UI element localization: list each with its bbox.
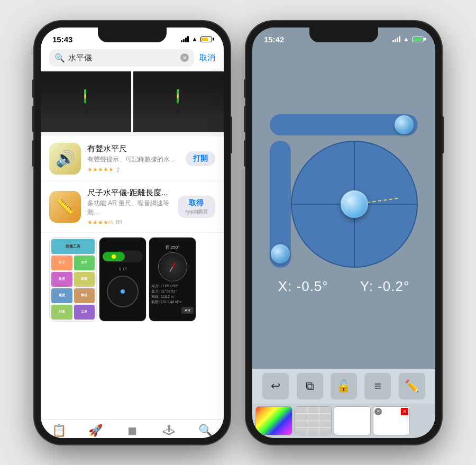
phone-2-screen: 15:42 ▲ bbox=[252, 28, 435, 438]
level-green-2 bbox=[177, 89, 179, 104]
games-icon: 🚀 bbox=[88, 424, 103, 437]
preview-image-2 bbox=[133, 71, 224, 132]
circle-level bbox=[291, 141, 418, 268]
signal-icon-2 bbox=[392, 36, 400, 42]
phone-1: 15:43 ▲ 🔍 水平儀 ✕ bbox=[34, 21, 230, 444]
toolbar-doc-button[interactable]: ≡ bbox=[364, 373, 391, 399]
app-icon-1: 🔊 bbox=[49, 143, 81, 175]
nav-search[interactable]: 🔍 搜尋 bbox=[187, 424, 224, 438]
search-query: 水平儀 bbox=[68, 53, 92, 63]
phone-1-screen: 15:43 ▲ 🔍 水平儀 ✕ bbox=[41, 28, 224, 438]
level-green bbox=[84, 89, 86, 104]
volume-up-button[interactable] bbox=[32, 106, 34, 132]
phone-2: 15:42 ▲ bbox=[246, 21, 442, 444]
status-icons-1: ▲ bbox=[181, 35, 212, 43]
stars-display-2: ★★★★½ bbox=[87, 219, 113, 226]
app-desc-2: 多功能 AR 量尺、噪音網速等測... bbox=[87, 199, 171, 217]
star-count-2: 89 bbox=[116, 219, 122, 225]
toolbar-back-button[interactable]: ↩ bbox=[262, 373, 289, 399]
screenshot-3: 西 250° 東方: 118°08'56" 北方: 31°08'52" 海拔: … bbox=[149, 237, 196, 322]
browser-thumb-3[interactable] bbox=[334, 406, 371, 435]
close-tab-icon[interactable]: ✕ bbox=[374, 408, 382, 415]
compass-circle bbox=[158, 252, 187, 281]
screenshots-row: 測量工具 尺子 水平 角度 面積 速度 噪音 計算 工具 bbox=[41, 233, 224, 326]
level-preview-1 bbox=[41, 71, 131, 132]
y-value: Y: -0.2° bbox=[360, 278, 410, 295]
nav-today[interactable]: 📋 Today bbox=[41, 424, 77, 438]
cancel-button[interactable]: 取消 bbox=[199, 53, 215, 63]
stars-display-1: ★★★★★ bbox=[87, 166, 114, 173]
status-time-2: 15:42 bbox=[264, 35, 284, 44]
app-info-2: 尺子水平儀-距離長度... 多功能 AR 量尺、噪音網速等測... ★★★★½ … bbox=[87, 188, 171, 226]
level-values: X: -0.5° Y: -0.2° bbox=[278, 268, 410, 300]
level-preview-2 bbox=[133, 71, 224, 132]
app-get-button-2[interactable]: 取得 App內購買 bbox=[178, 196, 215, 218]
grid-thumb bbox=[295, 407, 331, 435]
level-bar bbox=[84, 89, 88, 104]
apps-icon: ◼ bbox=[127, 424, 137, 437]
app-name-2: 尺子水平儀-距離長度... bbox=[87, 188, 171, 198]
search-clear-button[interactable]: ✕ bbox=[180, 53, 189, 62]
appstore-screen: 🔍 水平儀 ✕ 取消 bbox=[41, 46, 224, 438]
app-stars-1: ★★★★★ 2 bbox=[87, 166, 179, 173]
wifi-icon-2: ▲ bbox=[403, 35, 409, 43]
volume-up-button-2[interactable] bbox=[244, 106, 246, 132]
app-stars-2: ★★★★½ 89 bbox=[87, 219, 171, 226]
volume-down-button[interactable] bbox=[32, 140, 34, 167]
level-dot bbox=[84, 94, 86, 99]
compass-display: 西 250° 東方: 118°08'56" 北方: 31°08'52" 海拔: … bbox=[149, 238, 196, 321]
colorful-thumb bbox=[256, 407, 292, 435]
bottom-nav: 📋 Today 🚀 遊戲 ◼ App 🕹 Arcade 🔍 搜尋 bbox=[41, 419, 224, 438]
nav-games[interactable]: 🚀 遊戲 bbox=[77, 424, 114, 438]
vertical-level bbox=[270, 141, 291, 268]
browser-strip: S ✕ bbox=[252, 404, 435, 438]
silent-switch-2[interactable] bbox=[244, 79, 246, 98]
toolbar-copy-button[interactable]: ⧉ bbox=[297, 373, 323, 399]
signal-icon bbox=[181, 36, 189, 42]
level-app-screen: 15:42 ▲ bbox=[252, 28, 435, 438]
app-open-button-1[interactable]: 打開 bbox=[186, 151, 215, 166]
shopee-badge: S bbox=[401, 408, 408, 415]
nav-arcade[interactable]: 🕹 Arcade bbox=[151, 424, 187, 438]
level-toolbar: ↩ ⧉ 🔓 ≡ ✏️ bbox=[252, 369, 435, 404]
search-nav-icon: 🔍 bbox=[198, 424, 213, 437]
search-bar-row: 🔍 水平儀 ✕ 取消 bbox=[41, 46, 224, 71]
battery-icon-2 bbox=[412, 37, 424, 42]
horizontal-bubble bbox=[395, 115, 414, 134]
browser-thumb-1[interactable] bbox=[255, 406, 292, 435]
nav-apps[interactable]: ◼ App bbox=[114, 424, 150, 438]
volume-down-button-2[interactable] bbox=[244, 140, 246, 167]
level-app-main: X: -0.5° Y: -0.2° bbox=[252, 46, 435, 369]
level-main-area bbox=[270, 141, 418, 268]
app-icon-2: 📏 bbox=[49, 191, 81, 223]
x-value: X: -0.5° bbox=[278, 278, 328, 295]
app-name-1: 有聲水平尺 bbox=[87, 144, 179, 154]
browser-thumb-2[interactable] bbox=[295, 406, 332, 435]
app-item-1[interactable]: 🔊 有聲水平尺 有聲聲提示、可記錄數據的水... ★★★★★ 2 打開 bbox=[41, 136, 224, 181]
status-icons-2: ▲ bbox=[392, 35, 424, 43]
search-box[interactable]: 🔍 水平儀 ✕ bbox=[49, 49, 194, 67]
search-icon: 🔍 bbox=[54, 53, 65, 63]
notch bbox=[98, 28, 167, 42]
vertical-bubble bbox=[271, 244, 290, 263]
compass-needle bbox=[169, 262, 176, 271]
browser-thumb-4[interactable]: S ✕ bbox=[373, 406, 410, 435]
power-button-2[interactable] bbox=[442, 116, 444, 153]
back-icon: ↩ bbox=[271, 379, 280, 393]
edit-icon: ✏️ bbox=[405, 379, 419, 393]
app-item-2[interactable]: 📏 尺子水平儀-距離長度... 多功能 AR 量尺、噪音網速等測... ★★★★… bbox=[41, 181, 224, 233]
lock-icon: 🔓 bbox=[336, 379, 351, 393]
silent-switch[interactable] bbox=[32, 79, 34, 98]
power-button[interactable] bbox=[230, 116, 232, 153]
screenshot-1: 測量工具 尺子 水平 角度 面積 速度 噪音 計算 工具 bbox=[49, 237, 97, 322]
arcade-icon: 🕹 bbox=[163, 424, 175, 437]
app-desc-1: 有聲聲提示、可記錄數據的水... bbox=[87, 155, 179, 164]
preview-image-1 bbox=[41, 71, 131, 132]
battery-icon bbox=[200, 37, 212, 42]
app-info-1: 有聲水平尺 有聲聲提示、可記錄數據的水... ★★★★★ 2 bbox=[87, 144, 179, 173]
toolbar-lock-button[interactable]: 🔓 bbox=[331, 373, 357, 399]
search-results: 🔊 有聲水平尺 有聲聲提示、可記錄數據的水... ★★★★★ 2 打開 bbox=[41, 71, 224, 419]
doc-icon: ≡ bbox=[374, 379, 381, 393]
toolbar-edit-button[interactable]: ✏️ bbox=[399, 373, 425, 399]
copy-icon: ⧉ bbox=[306, 379, 314, 393]
